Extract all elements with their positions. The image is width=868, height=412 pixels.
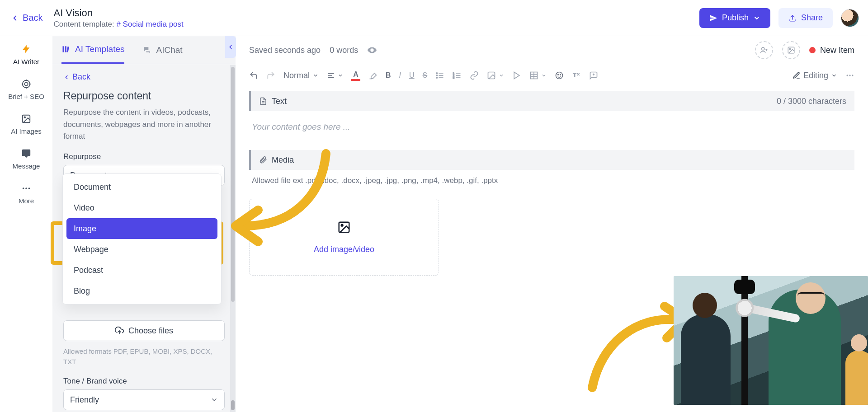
template-link[interactable]: # Social media post [116, 20, 183, 28]
media-block-header: Media [249, 150, 854, 170]
nav-label: More [19, 197, 34, 205]
undo-icon[interactable] [249, 71, 258, 80]
italic-icon[interactable]: I [399, 71, 401, 80]
svg-point-10 [25, 187, 27, 189]
svg-point-28 [436, 77, 438, 79]
editor-toolbar: Normal A B I U S 123 T [236, 64, 868, 87]
option-webpage[interactable]: Webpage [66, 239, 217, 260]
nav-label: AI Images [11, 127, 42, 135]
sidepanel-scrollbar[interactable] [230, 65, 236, 412]
underline-icon[interactable]: U [409, 71, 415, 80]
svg-point-2 [24, 82, 28, 85]
option-podcast[interactable]: Podcast [66, 260, 217, 281]
strike-icon[interactable]: S [423, 71, 428, 80]
font-color-button[interactable]: A [351, 70, 360, 81]
chevron-down-icon [753, 14, 760, 22]
choose-files-label: Choose files [128, 326, 173, 336]
editor-area: Saved seconds ago 0 words New Item [236, 36, 868, 412]
repurpose-label: Repurpose [63, 152, 225, 161]
insert-image-select[interactable] [487, 71, 504, 80]
align-select[interactable] [327, 71, 343, 80]
svg-point-42 [556, 72, 563, 79]
back-label: Back [23, 13, 42, 23]
svg-point-8 [24, 117, 25, 118]
comment-icon[interactable] [589, 71, 598, 80]
template-label: Content template: [53, 20, 114, 28]
saved-label: Saved seconds ago [249, 46, 321, 55]
image-icon [337, 220, 351, 234]
tab-ai-templates[interactable]: AI Templates [61, 36, 124, 64]
nav-ai-images[interactable]: AI Images [11, 114, 42, 135]
style-select[interactable]: Normal [283, 71, 319, 80]
nav-more[interactable]: More [19, 183, 34, 205]
svg-rect-13 [65, 46, 66, 52]
image-icon [21, 114, 31, 124]
tab-label: AIChat [156, 45, 182, 55]
svg-point-52 [852, 75, 853, 76]
back-link[interactable]: Back [11, 13, 42, 23]
svg-point-9 [23, 187, 24, 189]
page-title: AI Vision [53, 7, 183, 19]
publish-button[interactable]: Publish [699, 8, 770, 28]
nav-message[interactable]: Message [13, 149, 40, 170]
collapse-handle[interactable] [225, 36, 236, 58]
bold-icon[interactable]: B [386, 71, 391, 80]
option-video[interactable]: Video [66, 197, 217, 218]
nav-ai-writer[interactable]: AI Writer [13, 44, 39, 66]
emoji-icon[interactable] [555, 71, 564, 80]
document-icon [259, 97, 267, 105]
nav-label: Brief + SEO [8, 93, 44, 100]
word-count: 0 words [330, 46, 358, 55]
media-dropzone[interactable]: Add image/video [249, 199, 439, 276]
table-select[interactable] [529, 71, 547, 80]
numbered-list-icon[interactable]: 123 [453, 71, 462, 80]
chat-icon [21, 149, 31, 159]
svg-point-43 [558, 75, 559, 75]
highlight-icon[interactable] [368, 71, 377, 80]
formats-hint: Allowed formats PDF, EPUB, MOBI, XPS, DO… [63, 346, 225, 367]
add-image-placeholder[interactable] [782, 41, 800, 59]
allowed-extensions: Allowed file ext .pdf, .doc, .docx, .jpe… [249, 170, 854, 199]
text-block-label: Text [272, 97, 287, 106]
repurpose-dropdown: Document Video Image Webpage Podcast Blo… [62, 173, 222, 304]
svg-point-51 [849, 75, 850, 76]
panel-back[interactable]: Back [63, 72, 225, 82]
chevron-down-icon [211, 396, 218, 403]
add-user-placeholder[interactable] [755, 41, 773, 59]
bullet-list-icon[interactable] [435, 71, 444, 80]
more-icon[interactable] [845, 71, 854, 80]
chat-bubbles-icon [142, 46, 151, 55]
dots-icon [21, 183, 31, 193]
tab-ai-chat[interactable]: AIChat [142, 36, 182, 64]
svg-point-11 [28, 187, 30, 189]
video-icon[interactable] [512, 71, 521, 80]
link-icon[interactable] [470, 71, 479, 80]
mode-label: Editing [803, 71, 828, 80]
clear-format-icon[interactable]: T [572, 71, 581, 80]
choose-files-button[interactable]: Choose files [63, 320, 225, 341]
nav-brief-seo[interactable]: Brief + SEO [8, 79, 44, 100]
redo-icon[interactable] [266, 71, 275, 80]
tone-select[interactable]: Friendly [63, 389, 225, 410]
eye-icon[interactable] [367, 45, 377, 55]
media-block-label: Media [272, 155, 294, 165]
left-nav: AI Writer Brief + SEO AI Images Message … [0, 36, 52, 412]
text-input[interactable]: Your content goes here ... [249, 111, 854, 150]
share-button[interactable]: Share [778, 8, 833, 28]
tone-value: Friendly [70, 395, 99, 405]
send-icon [709, 14, 717, 22]
svg-text:3: 3 [453, 76, 454, 79]
avatar[interactable] [841, 9, 859, 27]
option-blog[interactable]: Blog [66, 281, 217, 301]
option-image[interactable]: Image [66, 218, 217, 239]
panel-back-label: Back [72, 72, 90, 82]
books-icon [61, 45, 71, 54]
target-icon [21, 79, 31, 89]
svg-point-16 [762, 47, 764, 50]
status-badge[interactable]: New Item [809, 46, 854, 55]
tab-label: AI Templates [75, 44, 124, 54]
option-document[interactable]: Document [66, 177, 217, 197]
panel-title: Repurpose content [63, 90, 225, 102]
mode-select[interactable]: Editing [793, 71, 837, 80]
nav-label: AI Writer [13, 58, 39, 66]
